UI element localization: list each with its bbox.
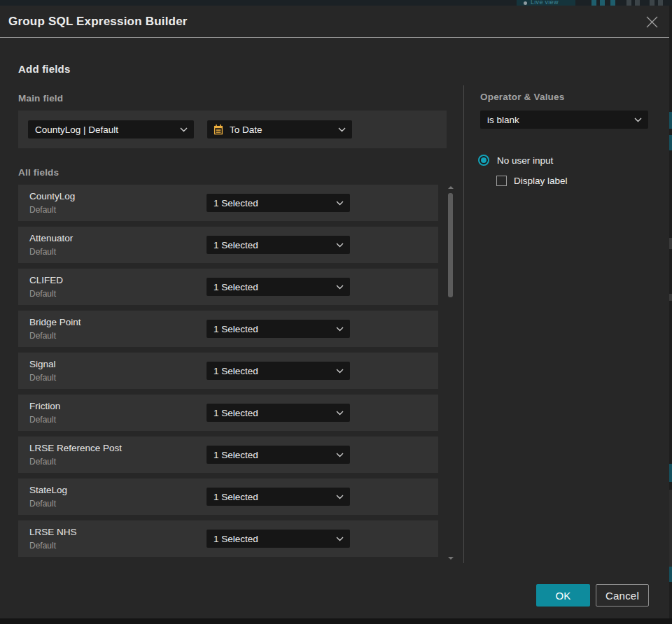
panel-divider: [463, 85, 464, 563]
field-row[interactable]: Signal Default 1 Selected: [18, 353, 438, 389]
calendar-icon: [213, 124, 224, 135]
field-name: LRSE Reference Post: [29, 443, 122, 453]
main-field-dropdown-value: CountyLog | Default: [35, 125, 118, 135]
ok-button[interactable]: OK: [536, 584, 590, 607]
all-fields-label: All fields: [18, 167, 59, 178]
field-source: Default: [29, 331, 56, 341]
dialog-title: Group SQL Expression Builder: [8, 6, 188, 38]
field-selected-dropdown[interactable]: 1 Selected: [206, 194, 350, 212]
background-app-strip: Live view: [0, 0, 672, 6]
main-field-panel: CountyLog | Default To Date: [18, 111, 447, 148]
chevron-down-icon: [336, 537, 344, 541]
add-fields-heading: Add fields: [18, 63, 71, 75]
chevron-down-icon: [336, 327, 344, 332]
field-source: Default: [29, 373, 56, 383]
field-selected-value: 1 Selected: [214, 492, 258, 502]
field-selected-dropdown[interactable]: 1 Selected: [206, 404, 350, 422]
chevron-down-icon: [634, 118, 642, 122]
background-sliver: [669, 135, 672, 150]
field-row[interactable]: LRSE NHS Default 1 Selected: [18, 520, 438, 557]
main-field-date-dropdown[interactable]: To Date: [207, 120, 352, 139]
field-row[interactable]: CountyLog Default 1 Selected: [18, 185, 438, 221]
field-row[interactable]: Attenuator Default 1 Selected: [18, 227, 438, 263]
scroll-down-icon[interactable]: [448, 557, 454, 560]
radio-dot: [481, 157, 486, 163]
field-name: LRSE NHS: [29, 527, 77, 537]
main-field-label: Main field: [18, 93, 63, 104]
close-icon: [646, 16, 658, 28]
checkbox-icon: [496, 176, 507, 186]
field-row[interactable]: Friction Default 1 Selected: [18, 395, 438, 431]
field-selected-dropdown[interactable]: 1 Selected: [206, 488, 350, 506]
toolbar-fragment-icon: [658, 0, 663, 6]
field-selected-dropdown[interactable]: 1 Selected: [206, 362, 350, 380]
field-source: Default: [29, 457, 56, 467]
field-name: Friction: [29, 401, 60, 411]
dialog-titlebar: Group SQL Expression Builder: [0, 6, 669, 38]
background-sliver: [669, 238, 672, 249]
main-field-dropdown[interactable]: CountyLog | Default: [28, 120, 194, 139]
background-sliver: [669, 294, 672, 301]
chevron-down-icon: [336, 495, 344, 499]
close-button[interactable]: [643, 13, 660, 30]
field-selected-value: 1 Selected: [214, 282, 258, 292]
field-source: Default: [29, 499, 56, 509]
cancel-button[interactable]: Cancel: [596, 584, 649, 607]
scroll-up-icon[interactable]: [448, 186, 454, 189]
no-user-input-radio[interactable]: No user input: [478, 155, 553, 166]
background-sliver: [669, 6, 672, 618]
chevron-down-icon: [180, 127, 188, 132]
toolbar-fragment-icon: [592, 0, 596, 6]
chevron-down-icon: [336, 285, 344, 290]
field-source: Default: [29, 289, 56, 299]
live-view-label: Live view: [531, 0, 559, 6]
field-name: StateLog: [29, 485, 67, 495]
scrollbar-thumb[interactable]: [448, 193, 453, 297]
date-dropdown-value: To Date: [230, 125, 262, 135]
field-selected-value: 1 Selected: [214, 198, 258, 208]
field-selected-dropdown[interactable]: 1 Selected: [206, 446, 350, 464]
field-source: Default: [29, 415, 56, 425]
field-name: Attenuator: [29, 233, 73, 243]
field-selected-value: 1 Selected: [214, 534, 258, 544]
field-selected-value: 1 Selected: [214, 240, 258, 250]
field-source: Default: [29, 541, 56, 551]
background-sliver: [669, 464, 672, 482]
background-sliver: [669, 567, 672, 582]
operator-dropdown[interactable]: is blank: [480, 111, 648, 129]
field-row[interactable]: LRSE Reference Post Default 1 Selected: [18, 437, 438, 473]
field-selected-dropdown[interactable]: 1 Selected: [206, 530, 350, 548]
toolbar-fragment-icon: [600, 0, 605, 6]
chevron-down-icon: [336, 369, 344, 374]
field-selected-value: 1 Selected: [214, 324, 258, 334]
background-sliver: [669, 490, 672, 574]
field-name: CLIFED: [29, 275, 63, 285]
field-name: Signal: [29, 359, 56, 369]
list-scrollbar[interactable]: [447, 185, 454, 560]
background-sliver: [669, 112, 672, 129]
field-row[interactable]: StateLog Default 1 Selected: [18, 478, 438, 515]
radio-icon: [478, 155, 489, 166]
group-sql-expression-builder-dialog: Group SQL Expression Builder Add fields …: [0, 6, 669, 618]
field-selected-value: 1 Selected: [214, 408, 258, 418]
field-selected-dropdown[interactable]: 1 Selected: [206, 320, 350, 338]
chevron-down-icon: [338, 127, 346, 132]
field-source: Default: [29, 247, 56, 257]
display-label-checkbox[interactable]: Display label: [496, 176, 568, 186]
toolbar-fragment-icon: [626, 0, 631, 6]
chevron-down-icon: [336, 411, 344, 416]
field-row[interactable]: Bridge Point Default 1 Selected: [18, 311, 438, 347]
live-view-dot-icon: [524, 1, 527, 5]
field-selected-dropdown[interactable]: 1 Selected: [206, 236, 350, 254]
field-selected-value: 1 Selected: [214, 366, 258, 376]
field-selected-dropdown[interactable]: 1 Selected: [206, 278, 350, 296]
display-label-text: Display label: [514, 176, 568, 186]
field-name: CountyLog: [29, 191, 75, 201]
field-row[interactable]: CLIFED Default 1 Selected: [18, 269, 438, 305]
no-user-input-label: No user input: [497, 155, 553, 166]
chevron-down-icon: [336, 201, 344, 206]
field-source: Default: [29, 205, 56, 215]
operator-values-heading: Operator & Values: [480, 92, 564, 102]
toolbar-fragment-icon: [650, 0, 654, 6]
field-name: Bridge Point: [29, 317, 81, 327]
